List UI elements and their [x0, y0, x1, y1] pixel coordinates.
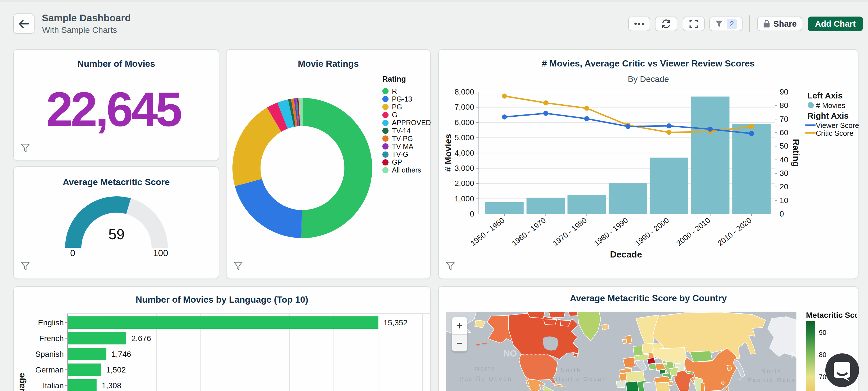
svg-text:# Movies: # Movies — [816, 101, 845, 110]
svg-text:7,000: 7,000 — [455, 103, 474, 111]
svg-text:North: North — [475, 365, 496, 372]
svg-text:Right Axis: Right Axis — [807, 111, 849, 120]
svg-text:1950 - 1960: 1950 - 1960 — [469, 216, 506, 248]
svg-text:2,000: 2,000 — [455, 179, 474, 188]
svg-text:1970 - 1980: 1970 - 1980 — [551, 216, 588, 248]
svg-text:4,000: 4,000 — [455, 149, 474, 157]
svg-text:2,676: 2,676 — [131, 334, 151, 343]
svg-text:8,000: 8,000 — [455, 88, 474, 96]
svg-text:Pacific Ocean: Pacific Ocean — [460, 376, 512, 382]
svg-text:Viewer Score: Viewer Score — [816, 121, 859, 130]
svg-text:30: 30 — [780, 169, 788, 177]
svg-text:40: 40 — [780, 155, 788, 164]
svg-text:59: 59 — [108, 226, 125, 242]
svg-text:NO: NO — [503, 348, 517, 358]
svg-text:North: North — [561, 367, 581, 373]
svg-text:0: 0 — [470, 209, 474, 218]
svg-text:# Movies: # Movies — [443, 134, 453, 172]
svg-text:50: 50 — [780, 142, 788, 150]
svg-text:1,746: 1,746 — [112, 350, 131, 358]
svg-text:Pacific Ocean: Pacific Ocean — [748, 377, 797, 383]
svg-text:German: German — [35, 365, 64, 374]
svg-text:90: 90 — [819, 329, 827, 336]
svg-text:2000 - 2010: 2000 - 2010 — [675, 216, 712, 248]
svg-text:N: N — [791, 350, 797, 360]
svg-text:80: 80 — [780, 101, 788, 110]
svg-text:60: 60 — [780, 128, 788, 137]
svg-text:Spanish: Spanish — [35, 350, 64, 358]
svg-text:10: 10 — [780, 196, 788, 205]
svg-text:1990 - 2000: 1990 - 2000 — [633, 216, 671, 248]
svg-text:North: North — [761, 368, 782, 374]
svg-text:Rating: Rating — [791, 139, 801, 167]
svg-text:1960 - 1970: 1960 - 1970 — [510, 216, 548, 248]
svg-text:6,000: 6,000 — [455, 118, 474, 127]
svg-text:English: English — [38, 318, 64, 327]
svg-text:100: 100 — [153, 248, 168, 258]
svg-text:2010 - 2020: 2010 - 2020 — [716, 216, 753, 248]
svg-text:Italian: Italian — [43, 381, 64, 390]
svg-text:Critic Score: Critic Score — [816, 129, 854, 137]
svg-text:70: 70 — [780, 115, 788, 123]
svg-text:0: 0 — [780, 209, 784, 218]
svg-text:1,502: 1,502 — [106, 365, 126, 374]
svg-text:Atlantic Ocean: Atlantic Ocean — [551, 376, 607, 382]
svg-text:90: 90 — [780, 88, 788, 96]
svg-text:1980 - 1990: 1980 - 1990 — [593, 216, 630, 248]
svg-text:Left Axis: Left Axis — [807, 91, 843, 100]
svg-text:20: 20 — [780, 182, 788, 191]
svg-text:5,000: 5,000 — [455, 133, 474, 142]
svg-text:French: French — [39, 334, 64, 343]
svg-text:Decade: Decade — [610, 249, 642, 259]
svg-text:Language: Language — [16, 373, 26, 391]
svg-text:15,352: 15,352 — [383, 318, 408, 327]
svg-text:1,308: 1,308 — [102, 381, 121, 390]
svg-text:3,000: 3,000 — [455, 164, 474, 172]
svg-text:0: 0 — [70, 248, 75, 258]
svg-text:1,000: 1,000 — [455, 194, 474, 203]
